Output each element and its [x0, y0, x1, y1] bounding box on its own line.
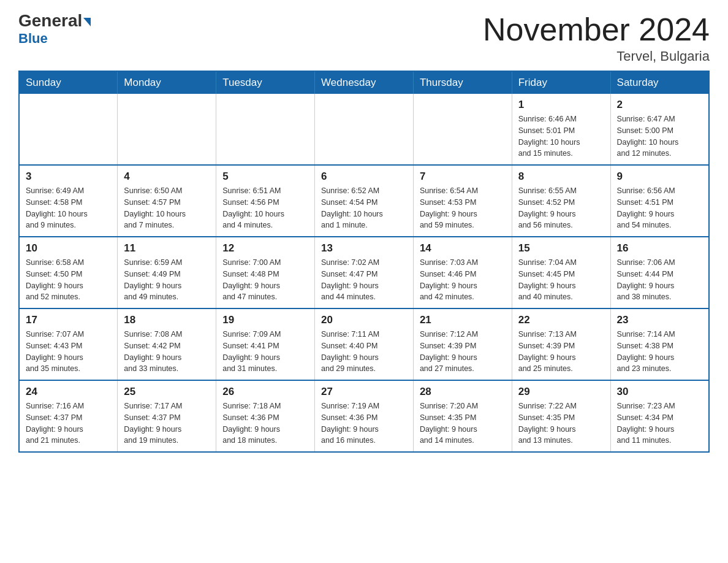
day-info: Sunrise: 7:04 AMSunset: 4:45 PMDaylight:…	[518, 257, 604, 303]
day-number: 11	[124, 242, 210, 255]
day-info: Sunrise: 6:55 AMSunset: 4:52 PMDaylight:…	[518, 185, 604, 231]
day-info: Sunrise: 7:19 AMSunset: 4:36 PMDaylight:…	[321, 400, 407, 446]
day-number: 29	[518, 386, 604, 398]
calendar-cell: 20Sunrise: 7:11 AMSunset: 4:40 PMDayligh…	[315, 308, 414, 380]
weekday-header-tuesday: Tuesday	[216, 71, 315, 94]
calendar-cell: 15Sunrise: 7:04 AMSunset: 4:45 PMDayligh…	[512, 237, 610, 308]
day-info: Sunrise: 7:03 AMSunset: 4:46 PMDaylight:…	[420, 257, 506, 303]
day-number: 14	[420, 242, 506, 255]
calendar-cell: 2Sunrise: 6:47 AMSunset: 5:00 PMDaylight…	[610, 94, 709, 165]
day-number: 24	[26, 386, 111, 398]
calendar-cell: 26Sunrise: 7:18 AMSunset: 4:36 PMDayligh…	[216, 380, 315, 452]
calendar-cell: 14Sunrise: 7:03 AMSunset: 4:46 PMDayligh…	[413, 237, 512, 308]
calendar-cell: 3Sunrise: 6:49 AMSunset: 4:58 PMDaylight…	[19, 165, 118, 237]
calendar-cell: 4Sunrise: 6:50 AMSunset: 4:57 PMDaylight…	[118, 165, 216, 237]
location-title: Tervel, Bulgaria	[483, 48, 710, 64]
day-number: 23	[617, 314, 702, 326]
page-header: General Blue November 2024 Tervel, Bulga…	[18, 12, 710, 64]
day-number: 13	[321, 242, 407, 255]
day-info: Sunrise: 7:09 AMSunset: 4:41 PMDaylight:…	[222, 329, 308, 375]
month-title: November 2024	[483, 12, 710, 47]
calendar-cell: 19Sunrise: 7:09 AMSunset: 4:41 PMDayligh…	[216, 308, 315, 380]
calendar-table: SundayMondayTuesdayWednesdayThursdayFrid…	[18, 71, 710, 453]
day-number: 22	[518, 314, 604, 326]
day-info: Sunrise: 7:18 AMSunset: 4:36 PMDaylight:…	[222, 400, 308, 446]
day-number: 9	[617, 170, 702, 183]
day-number: 16	[617, 242, 702, 255]
day-info: Sunrise: 7:12 AMSunset: 4:39 PMDaylight:…	[420, 329, 506, 375]
weekday-header-saturday: Saturday	[610, 71, 709, 94]
day-number: 19	[222, 314, 308, 326]
day-info: Sunrise: 6:52 AMSunset: 4:54 PMDaylight:…	[321, 185, 407, 231]
day-info: Sunrise: 7:14 AMSunset: 4:38 PMDaylight:…	[617, 329, 702, 375]
day-info: Sunrise: 7:22 AMSunset: 4:35 PMDaylight:…	[518, 400, 604, 446]
calendar-cell: 27Sunrise: 7:19 AMSunset: 4:36 PMDayligh…	[315, 380, 414, 452]
day-info: Sunrise: 6:59 AMSunset: 4:49 PMDaylight:…	[124, 257, 210, 303]
day-number: 28	[420, 386, 506, 398]
day-info: Sunrise: 6:58 AMSunset: 4:50 PMDaylight:…	[26, 257, 111, 303]
calendar-cell	[118, 94, 216, 165]
calendar-cell: 21Sunrise: 7:12 AMSunset: 4:39 PMDayligh…	[413, 308, 512, 380]
calendar-cell: 24Sunrise: 7:16 AMSunset: 4:37 PMDayligh…	[19, 380, 118, 452]
calendar-week-row: 24Sunrise: 7:16 AMSunset: 4:37 PMDayligh…	[19, 380, 709, 452]
calendar-cell: 10Sunrise: 6:58 AMSunset: 4:50 PMDayligh…	[19, 237, 118, 308]
day-number: 3	[26, 170, 111, 183]
weekday-header-friday: Friday	[512, 71, 610, 94]
day-number: 4	[124, 170, 210, 183]
day-number: 10	[26, 242, 111, 255]
calendar-cell: 18Sunrise: 7:08 AMSunset: 4:42 PMDayligh…	[118, 308, 216, 380]
calendar-cell: 5Sunrise: 6:51 AMSunset: 4:56 PMDaylight…	[216, 165, 315, 237]
day-number: 12	[222, 242, 308, 255]
calendar-cell: 13Sunrise: 7:02 AMSunset: 4:47 PMDayligh…	[315, 237, 414, 308]
day-number: 2	[617, 99, 702, 111]
calendar-cell: 29Sunrise: 7:22 AMSunset: 4:35 PMDayligh…	[512, 380, 610, 452]
calendar-cell: 16Sunrise: 7:06 AMSunset: 4:44 PMDayligh…	[610, 237, 709, 308]
calendar-cell: 11Sunrise: 6:59 AMSunset: 4:49 PMDayligh…	[118, 237, 216, 308]
day-info: Sunrise: 6:47 AMSunset: 5:00 PMDaylight:…	[617, 113, 702, 159]
day-info: Sunrise: 7:11 AMSunset: 4:40 PMDaylight:…	[321, 329, 407, 375]
day-info: Sunrise: 7:07 AMSunset: 4:43 PMDaylight:…	[26, 329, 111, 375]
day-number: 5	[222, 170, 308, 183]
calendar-cell	[216, 94, 315, 165]
title-block: November 2024 Tervel, Bulgaria	[483, 12, 710, 64]
calendar-cell: 28Sunrise: 7:20 AMSunset: 4:35 PMDayligh…	[413, 380, 512, 452]
day-info: Sunrise: 7:13 AMSunset: 4:39 PMDaylight:…	[518, 329, 604, 375]
day-info: Sunrise: 6:56 AMSunset: 4:51 PMDaylight:…	[617, 185, 702, 231]
day-info: Sunrise: 7:08 AMSunset: 4:42 PMDaylight:…	[124, 329, 210, 375]
calendar-cell: 17Sunrise: 7:07 AMSunset: 4:43 PMDayligh…	[19, 308, 118, 380]
calendar-header-row: SundayMondayTuesdayWednesdayThursdayFrid…	[19, 71, 709, 94]
day-number: 25	[124, 386, 210, 398]
day-number: 7	[420, 170, 506, 183]
day-info: Sunrise: 7:16 AMSunset: 4:37 PMDaylight:…	[26, 400, 111, 446]
calendar-cell: 1Sunrise: 6:46 AMSunset: 5:01 PMDaylight…	[512, 94, 610, 165]
calendar-cell: 9Sunrise: 6:56 AMSunset: 4:51 PMDaylight…	[610, 165, 709, 237]
logo: General Blue	[18, 12, 91, 47]
day-info: Sunrise: 7:06 AMSunset: 4:44 PMDaylight:…	[617, 257, 702, 303]
calendar-cell: 6Sunrise: 6:52 AMSunset: 4:54 PMDaylight…	[315, 165, 414, 237]
calendar-cell: 25Sunrise: 7:17 AMSunset: 4:37 PMDayligh…	[118, 380, 216, 452]
day-number: 8	[518, 170, 604, 183]
weekday-header-wednesday: Wednesday	[315, 71, 414, 94]
day-number: 17	[26, 314, 111, 326]
calendar-cell	[19, 94, 118, 165]
day-info: Sunrise: 6:50 AMSunset: 4:57 PMDaylight:…	[124, 185, 210, 231]
day-number: 1	[518, 99, 604, 111]
day-number: 26	[222, 386, 308, 398]
day-number: 20	[321, 314, 407, 326]
day-number: 15	[518, 242, 604, 255]
day-number: 21	[420, 314, 506, 326]
calendar-cell	[413, 94, 512, 165]
day-number: 6	[321, 170, 407, 183]
calendar-cell: 12Sunrise: 7:00 AMSunset: 4:48 PMDayligh…	[216, 237, 315, 308]
calendar-cell: 8Sunrise: 6:55 AMSunset: 4:52 PMDaylight…	[512, 165, 610, 237]
calendar-week-row: 10Sunrise: 6:58 AMSunset: 4:50 PMDayligh…	[19, 237, 709, 308]
day-info: Sunrise: 7:00 AMSunset: 4:48 PMDaylight:…	[222, 257, 308, 303]
calendar-cell: 22Sunrise: 7:13 AMSunset: 4:39 PMDayligh…	[512, 308, 610, 380]
day-number: 30	[617, 386, 702, 398]
day-info: Sunrise: 6:46 AMSunset: 5:01 PMDaylight:…	[518, 113, 604, 159]
weekday-header-monday: Monday	[118, 71, 216, 94]
calendar-week-row: 17Sunrise: 7:07 AMSunset: 4:43 PMDayligh…	[19, 308, 709, 380]
logo-text: General	[18, 12, 91, 29]
logo-blue-text: Blue	[18, 31, 48, 47]
day-info: Sunrise: 7:23 AMSunset: 4:34 PMDaylight:…	[617, 400, 702, 446]
